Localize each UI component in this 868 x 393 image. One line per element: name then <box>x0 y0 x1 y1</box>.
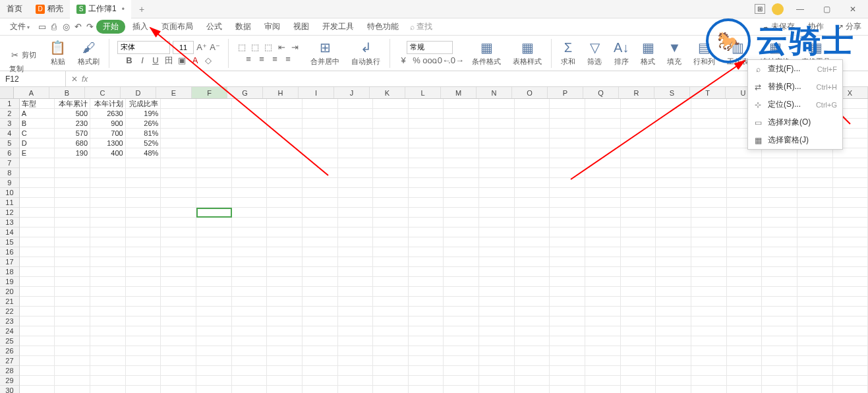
cell[interactable]: D <box>20 138 55 148</box>
cell[interactable] <box>373 307 409 317</box>
cell[interactable] <box>691 336 727 346</box>
cell[interactable] <box>20 317 55 326</box>
cell[interactable] <box>479 307 515 317</box>
cell[interactable] <box>797 218 833 227</box>
cell[interactable] <box>232 119 268 129</box>
cell[interactable] <box>621 277 656 287</box>
minimize-button[interactable]: — <box>790 5 810 14</box>
cell[interactable] <box>20 208 55 218</box>
cell[interactable] <box>762 237 797 247</box>
cell[interactable] <box>338 247 374 257</box>
row-header[interactable]: 13 <box>0 218 20 227</box>
cell[interactable] <box>90 307 126 317</box>
cell[interactable] <box>515 138 550 148</box>
context-menu-item[interactable]: ▭选择对象(O) <box>748 113 842 131</box>
cell[interactable] <box>409 208 444 218</box>
cell[interactable] <box>267 168 303 178</box>
cell[interactable] <box>409 376 444 386</box>
cell[interactable] <box>550 178 585 188</box>
cell[interactable] <box>303 376 338 386</box>
cell[interactable] <box>338 267 374 277</box>
cell[interactable] <box>621 109 656 119</box>
cell[interactable] <box>691 198 727 208</box>
cell[interactable] <box>126 356 161 366</box>
cell[interactable] <box>232 218 268 227</box>
cell[interactable] <box>585 307 621 317</box>
cell[interactable] <box>161 237 196 247</box>
cell[interactable] <box>585 247 621 257</box>
cell[interactable] <box>267 208 303 218</box>
cell[interactable] <box>90 287 126 297</box>
cell[interactable] <box>585 129 621 138</box>
cell[interactable]: 48% <box>126 148 161 158</box>
cell[interactable] <box>126 178 161 188</box>
cell[interactable] <box>303 237 338 247</box>
column-header-M[interactable]: M <box>441 87 477 98</box>
cell[interactable] <box>727 237 763 247</box>
cell[interactable] <box>338 386 374 393</box>
cell[interactable] <box>196 198 232 208</box>
row-header[interactable]: 3 <box>0 119 20 129</box>
cell[interactable] <box>303 178 338 188</box>
cell[interactable] <box>373 346 409 356</box>
context-menu-item[interactable]: ⊹定位(S)...Ctrl+G <box>748 96 842 113</box>
cell[interactable] <box>267 376 303 386</box>
cell[interactable] <box>303 158 338 168</box>
cell[interactable] <box>762 178 797 188</box>
cell[interactable] <box>550 119 585 129</box>
cell[interactable] <box>515 188 550 198</box>
cell[interactable] <box>196 376 232 386</box>
cell[interactable] <box>161 188 196 198</box>
cell[interactable] <box>727 158 763 168</box>
font-color-icon[interactable]: A <box>190 55 200 66</box>
cell[interactable] <box>232 138 268 148</box>
cell[interactable] <box>20 168 55 178</box>
cell[interactable] <box>126 317 161 326</box>
cell[interactable] <box>409 386 444 393</box>
cell[interactable]: 400 <box>90 148 126 158</box>
cell[interactable] <box>691 188 727 198</box>
cell[interactable] <box>232 287 268 297</box>
cell[interactable] <box>833 297 868 307</box>
cell[interactable] <box>727 198 763 208</box>
justify-icon[interactable]: ≡ <box>283 54 293 65</box>
cell[interactable] <box>267 386 303 393</box>
cell[interactable] <box>373 376 409 386</box>
cell[interactable] <box>126 307 161 317</box>
column-header-N[interactable]: N <box>477 87 512 98</box>
cell[interactable] <box>727 247 763 257</box>
cell[interactable] <box>20 346 55 356</box>
cell[interactable] <box>797 366 833 376</box>
cell[interactable] <box>585 208 621 218</box>
cell[interactable] <box>444 129 479 138</box>
row-header[interactable]: 6 <box>0 148 20 158</box>
cell[interactable] <box>20 297 55 307</box>
cell[interactable] <box>479 386 515 393</box>
cell[interactable] <box>55 208 90 218</box>
cell[interactable] <box>20 277 55 287</box>
cell[interactable] <box>373 218 409 227</box>
bold-icon[interactable]: B <box>124 55 134 66</box>
cell[interactable] <box>196 158 232 168</box>
cell[interactable] <box>833 198 868 208</box>
cell[interactable] <box>727 376 763 386</box>
format-painter-button[interactable]: 🖌 格式刷 <box>74 40 103 67</box>
cell[interactable] <box>373 366 409 376</box>
cell[interactable] <box>550 129 585 138</box>
cell[interactable] <box>762 257 797 267</box>
cell[interactable] <box>409 148 444 158</box>
cell[interactable] <box>762 287 797 297</box>
cell[interactable] <box>90 218 126 227</box>
cell[interactable] <box>691 99 727 109</box>
cell[interactable] <box>621 326 656 336</box>
column-header-L[interactable]: L <box>405 87 441 98</box>
align-right-icon[interactable]: ≡ <box>270 54 280 65</box>
cell[interactable] <box>161 287 196 297</box>
align-bottom-icon[interactable]: ⬚ <box>263 42 274 53</box>
cell[interactable] <box>90 247 126 257</box>
cell[interactable] <box>373 297 409 307</box>
cell[interactable] <box>303 227 338 237</box>
cell[interactable] <box>20 307 55 317</box>
column-header-E[interactable]: E <box>156 87 192 98</box>
cell[interactable] <box>232 297 268 307</box>
